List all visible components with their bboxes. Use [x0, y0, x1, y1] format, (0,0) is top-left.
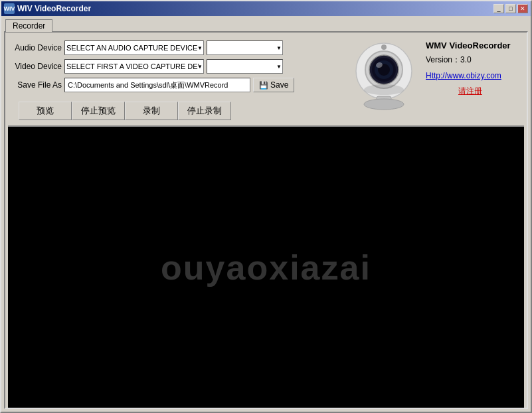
audio-device-select[interactable]: SELECT AN AUDIO CAPTURE DEVICE [64, 41, 204, 55]
top-row: Audio Device SELECT AN AUDIO CAPTURE DEV… [5, 33, 527, 125]
tab-recorder[interactable]: Recorder [5, 19, 52, 32]
audio-device-select-wrapper: SELECT AN AUDIO CAPTURE DEVICE [64, 41, 204, 55]
svg-point-10 [364, 84, 404, 95]
svg-point-7 [381, 44, 387, 50]
app-name-info: WMV VideoRecorder [426, 41, 515, 50]
register-link[interactable]: 请注册 [426, 86, 515, 97]
info-area: WMV VideoRecorder Version：3.0 Http://www… [420, 38, 520, 100]
audio-secondary-select-wrapper [207, 41, 283, 55]
stop-record-button[interactable]: 停止录制 [178, 102, 231, 120]
audio-secondary-select[interactable] [207, 41, 283, 55]
video-secondary-select-wrapper [207, 59, 283, 74]
save-button-label: Save [270, 80, 288, 90]
close-button[interactable]: ✕ [517, 4, 528, 13]
main-panel: Audio Device SELECT AN AUDIO CAPTURE DEV… [4, 31, 528, 409]
stop-preview-button[interactable]: 停止预览 [72, 102, 125, 120]
save-file-label: Save File As [12, 80, 62, 90]
tab-label: Recorder [13, 21, 45, 31]
minimize-button[interactable]: _ [493, 4, 504, 13]
video-device-select[interactable]: SELECT FIRST A VIDEO CAPTURE DE' [64, 59, 204, 74]
watermark-text: ouyaoxiazai [161, 248, 371, 288]
title-bar-left: WIV WIV VideoRecorder [4, 3, 91, 14]
video-device-row: Video Device SELECT FIRST A VIDEO CAPTUR… [12, 59, 341, 74]
title-buttons: _ □ ✕ [493, 4, 528, 13]
audio-device-row: Audio Device SELECT AN AUDIO CAPTURE DEV… [12, 41, 341, 55]
webcam-area [347, 38, 420, 118]
save-file-row: Save File As 💾 Save [12, 78, 341, 92]
video-preview-area: ouyaoxiazai [8, 127, 524, 408]
version-info: Version：3.0 [426, 54, 515, 66]
controls-left: Audio Device SELECT AN AUDIO CAPTURE DEV… [12, 38, 341, 125]
video-secondary-select[interactable] [207, 59, 283, 74]
save-file-input[interactable] [64, 78, 250, 92]
video-device-select-wrapper: SELECT FIRST A VIDEO CAPTURE DE' [64, 59, 204, 74]
record-button[interactable]: 录制 [125, 102, 178, 120]
app-icon-text: WIV [4, 5, 15, 12]
webcam-image [347, 38, 420, 111]
audio-device-label: Audio Device [12, 43, 62, 52]
svg-point-9 [364, 99, 404, 110]
action-buttons: 预览 停止预览 录制 停止录制 [12, 96, 341, 125]
website-link[interactable]: Http://www.obizy.com [426, 71, 515, 80]
maximize-button[interactable]: □ [505, 4, 516, 13]
app-icon: WIV [4, 3, 15, 14]
video-device-label: Video Device [12, 62, 62, 71]
title-bar: WIV WIV VideoRecorder _ □ ✕ [1, 1, 531, 16]
preview-button[interactable]: 预览 [19, 102, 72, 120]
window-title: WIV VideoRecorder [17, 4, 91, 13]
tab-area: Recorder [1, 16, 531, 31]
save-button[interactable]: 💾 Save [253, 78, 294, 92]
main-window: WIV WIV VideoRecorder _ □ ✕ Recorder Aud… [0, 0, 532, 413]
save-icon: 💾 [259, 81, 268, 90]
